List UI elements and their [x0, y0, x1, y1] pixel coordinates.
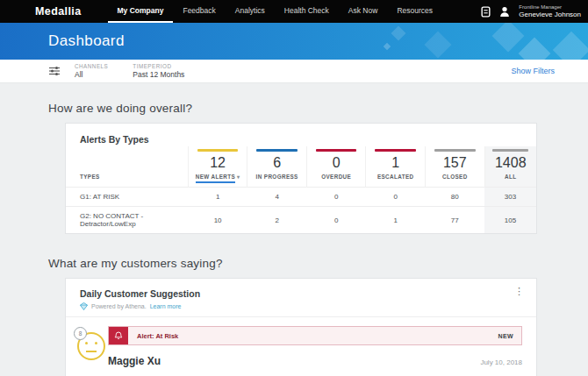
cell-link[interactable]: 4	[247, 188, 307, 207]
diamond-decoration	[553, 32, 588, 60]
at-risk-alert-banner: Alert: At Risk NEW	[108, 326, 522, 345]
diamond-decoration	[519, 38, 551, 60]
sentiment-column: 8	[73, 326, 108, 376]
medallia-logo[interactable]: Medallia	[35, 0, 82, 23]
learn-more-link[interactable]: Learn more	[150, 303, 182, 309]
nav-item-feedback[interactable]: Feedback	[173, 0, 225, 23]
cell-link[interactable]: 80	[425, 188, 484, 207]
sort-caret-icon: ▾	[237, 174, 240, 180]
user-icon[interactable]	[499, 6, 510, 17]
show-filters-link[interactable]: Show Filters	[511, 67, 555, 75]
channels-value: All	[75, 70, 108, 79]
alerts-card-title: Alerts By Types	[66, 124, 536, 146]
suggestion-card-header: Daily Customer Suggestion ⋮ Powered by A…	[66, 279, 536, 317]
nav-item-ask-now[interactable]: Ask Now	[339, 0, 388, 23]
nav-menu: My Company Feedback Analytics Health Che…	[108, 0, 442, 23]
stat-tile-in-progress[interactable]: 6	[247, 146, 307, 172]
row-type-label: G2: NO CONTACT - Detractor/LowExp	[66, 207, 188, 234]
stat-value[interactable]: 12	[189, 152, 247, 172]
column-header-escalated[interactable]: ESCALATED	[366, 172, 426, 188]
page-title: Dashboard	[48, 32, 125, 50]
diamond-decoration	[492, 23, 525, 52]
document-icon[interactable]	[481, 6, 491, 18]
customer-name: Maggie Xu	[108, 355, 161, 367]
filter-bar: CHANNELS All TIMEPERIOD Past 12 Months S…	[0, 60, 588, 83]
cell-link[interactable]: 10	[188, 207, 247, 234]
user-role: Frontline Manager	[519, 4, 581, 11]
page-header: Dashboard	[0, 23, 588, 60]
score-badge: 8	[74, 327, 87, 340]
diamond-decoration	[391, 26, 406, 41]
filter-sliders-icon[interactable]	[48, 66, 61, 76]
row-type-label: G1: AT RISK	[66, 188, 188, 207]
column-header-overdue[interactable]: OVERDUE	[306, 172, 366, 188]
cell-value: 303	[484, 188, 536, 207]
nav-item-my-company[interactable]: My Company	[108, 0, 174, 23]
timeperiod-value: Past 12 Months	[133, 70, 184, 79]
timeperiod-filter[interactable]: TIMEPERIOD Past 12 Months	[133, 63, 184, 79]
stat-value[interactable]: 6	[247, 152, 306, 172]
suggestion-card-title: Daily Customer Suggestion	[80, 288, 522, 299]
column-header-in-progress[interactable]: IN PROGRESS	[247, 172, 307, 188]
types-column-header: TYPES	[66, 172, 188, 188]
stat-tile-new-alerts[interactable]: 12	[188, 146, 247, 172]
alert-stat-tiles: 12 6 0 1 157 1408	[66, 146, 536, 172]
alerts-table: 12 6 0 1 157 1408 TYPES NEW ALERTS▾ IN P…	[66, 146, 536, 233]
customers-section-heading: What are my customers saying?	[48, 257, 588, 270]
nav-item-resources[interactable]: Resources	[387, 0, 442, 23]
column-header-all[interactable]: ALL	[484, 172, 536, 188]
cell-value: 105	[484, 207, 536, 234]
powered-by-label: Powered by Athena.	[91, 303, 147, 309]
alerts-by-types-card: Alerts By Types 12 6 0 1 157 1408 TYPES …	[65, 123, 537, 234]
table-row-g2-no-contact: G2: NO CONTACT - Detractor/LowExp 10 2 0…	[66, 207, 536, 234]
stat-value[interactable]: 157	[426, 152, 484, 172]
cell-link[interactable]: 1	[366, 207, 426, 234]
athena-gem-icon	[80, 302, 88, 310]
overall-section-heading: How are we doing overall?	[48, 102, 588, 115]
stat-value[interactable]: 1	[366, 152, 425, 172]
stat-tile-overdue[interactable]: 0	[306, 146, 366, 172]
cell-value: 0	[306, 188, 366, 207]
user-menu[interactable]: Frontline Manager Genevieve Johnson	[519, 4, 581, 19]
cell-value: 0	[366, 188, 426, 207]
column-header-new-alerts[interactable]: NEW ALERTS▾	[188, 172, 247, 188]
cell-value: 0	[306, 207, 366, 234]
user-name: Genevieve Johnson	[519, 11, 581, 19]
cell-link[interactable]: 2	[247, 207, 307, 234]
daily-customer-suggestion-card: Daily Customer Suggestion ⋮ Powered by A…	[65, 278, 537, 376]
diamond-decoration	[384, 43, 391, 50]
stat-tile-all[interactable]: 1408	[484, 146, 536, 172]
column-header-closed[interactable]: CLOSED	[425, 172, 484, 188]
nav-item-health-check[interactable]: Health Check	[275, 0, 339, 23]
stat-tile-closed[interactable]: 157	[425, 146, 484, 172]
new-badge: NEW	[498, 333, 513, 339]
alerts-table-header: TYPES NEW ALERTS▾ IN PROGRESS OVERDUE ES…	[66, 172, 536, 188]
nav-right-area: Frontline Manager Genevieve Johnson	[481, 0, 581, 23]
nav-item-analytics[interactable]: Analytics	[226, 0, 275, 23]
kebab-menu-icon[interactable]: ⋮	[514, 287, 524, 296]
alert-label: Alert: At Risk	[137, 332, 178, 340]
stat-value[interactable]: 0	[307, 152, 366, 172]
cell-link[interactable]: 77	[425, 207, 484, 234]
cell-link[interactable]: 1	[188, 188, 247, 207]
diamond-decoration	[424, 31, 451, 58]
channels-filter[interactable]: CHANNELS All	[75, 63, 108, 79]
feedback-date: July 10, 2018	[480, 358, 522, 366]
table-row-g1-at-risk: G1: AT RISK 1 4 0 0 80 303	[66, 188, 536, 207]
channels-label: CHANNELS	[75, 63, 108, 69]
top-nav: Medallia My Company Feedback Analytics H…	[0, 0, 588, 23]
stat-tile-escalated[interactable]: 1	[366, 146, 426, 172]
timeperiod-label: TIMEPERIOD	[133, 63, 184, 69]
bell-icon	[109, 327, 128, 344]
suggestion-card-body: 8 Alert: At Risk NEW Maggie Xu July 10, …	[66, 317, 536, 376]
stat-value[interactable]: 1408	[485, 152, 536, 172]
